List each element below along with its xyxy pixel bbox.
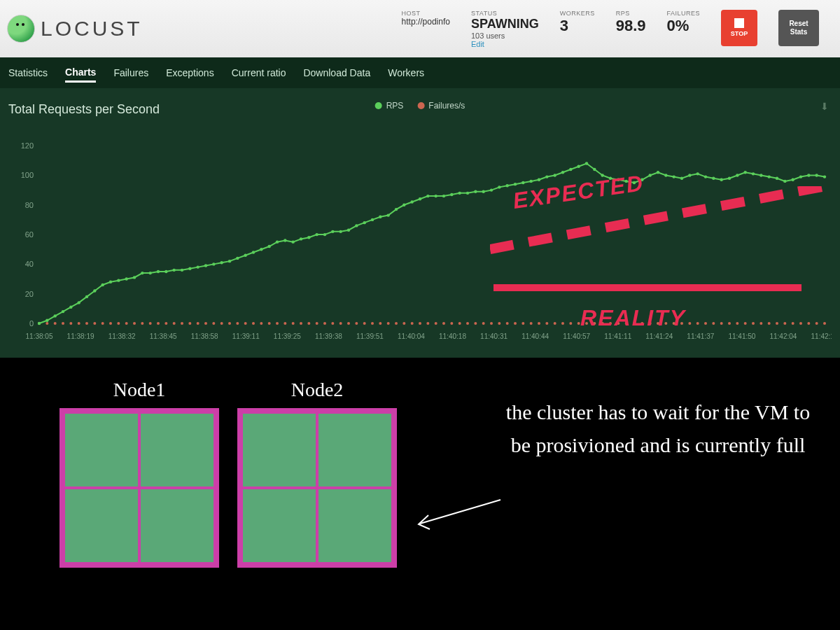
- svg-point-171: [386, 214, 389, 216]
- svg-point-55: [260, 322, 262, 325]
- header-metrics: HOST http://podinfo STATUS SPAWNING 103 …: [402, 10, 833, 48]
- svg-point-181: [466, 192, 469, 195]
- svg-point-133: [85, 295, 88, 298]
- svg-point-150: [220, 261, 223, 264]
- svg-point-75: [419, 322, 421, 325]
- svg-point-79: [450, 322, 453, 325]
- svg-point-134: [93, 289, 96, 292]
- svg-point-121: [783, 322, 786, 325]
- node-node1: Node1: [59, 379, 219, 568]
- legend-rps: RPS: [375, 101, 404, 111]
- svg-point-178: [442, 195, 445, 197]
- tab-failures[interactable]: Failures: [113, 64, 148, 81]
- svg-point-71: [387, 322, 390, 325]
- host-value: http://podinfo: [402, 17, 450, 27]
- svg-point-51: [228, 322, 231, 325]
- svg-point-63: [323, 322, 326, 325]
- svg-point-172: [395, 208, 398, 211]
- svg-point-216: [743, 171, 746, 174]
- svg-point-123: [799, 322, 802, 325]
- svg-text:11:39:38: 11:39:38: [315, 332, 342, 340]
- svg-point-213: [720, 178, 722, 181]
- svg-point-70: [379, 322, 382, 325]
- svg-point-34: [93, 322, 96, 325]
- stop-icon: [734, 18, 744, 28]
- status-metric: STATUS SPAWNING 103 users Edit: [471, 10, 539, 48]
- pod: [243, 489, 316, 562]
- svg-point-166: [347, 229, 350, 232]
- svg-point-44: [173, 322, 176, 325]
- svg-point-215: [736, 174, 738, 176]
- svg-point-144: [172, 269, 175, 272]
- svg-point-46: [188, 322, 191, 325]
- svg-point-31: [69, 322, 72, 325]
- header-bar: LOCUST HOST http://podinfo STATUS SPAWNI…: [0, 0, 840, 57]
- svg-point-86: [506, 322, 509, 325]
- svg-point-95: [578, 322, 580, 325]
- svg-point-78: [442, 322, 445, 325]
- rps-label: RPS: [616, 10, 646, 17]
- pod: [318, 414, 391, 486]
- svg-point-41: [149, 322, 152, 325]
- svg-point-81: [466, 322, 469, 325]
- tab-download-data[interactable]: Download Data: [303, 64, 370, 81]
- svg-text:11:40:44: 11:40:44: [522, 332, 549, 340]
- svg-point-175: [419, 197, 421, 200]
- svg-text:11:39:25: 11:39:25: [274, 332, 301, 340]
- svg-text:0: 0: [29, 319, 34, 328]
- tab-workers[interactable]: Workers: [388, 64, 424, 81]
- svg-point-112: [712, 322, 715, 325]
- annotation-note: the cluster has to wait for the VM to be…: [504, 396, 812, 461]
- node-node2: Node2: [237, 379, 397, 568]
- svg-point-90: [538, 322, 540, 325]
- svg-point-220: [776, 176, 778, 179]
- svg-point-135: [101, 284, 104, 286]
- svg-point-187: [514, 183, 517, 186]
- svg-point-221: [783, 180, 786, 183]
- svg-text:11:40:31: 11:40:31: [480, 332, 507, 340]
- svg-point-225: [815, 174, 818, 176]
- stop-button[interactable]: STOP: [721, 10, 757, 46]
- svg-point-42: [157, 322, 160, 325]
- svg-point-67: [355, 322, 358, 325]
- svg-point-119: [768, 322, 771, 325]
- tab-bar: StatisticsChartsFailuresExceptionsCurren…: [0, 57, 840, 88]
- svg-point-114: [728, 322, 731, 325]
- svg-point-192: [553, 174, 556, 176]
- tab-current-ratio[interactable]: Current ratio: [232, 64, 286, 81]
- workers-metric: WORKERS 3: [560, 10, 595, 35]
- host-label: HOST: [402, 10, 450, 17]
- svg-point-37: [117, 322, 120, 325]
- svg-point-132: [77, 301, 80, 304]
- svg-text:11:38:45: 11:38:45: [150, 332, 177, 340]
- svg-point-139: [133, 276, 136, 279]
- svg-text:40: 40: [25, 260, 34, 268]
- reset-stats-button[interactable]: Reset Stats: [778, 10, 819, 46]
- svg-point-83: [482, 322, 485, 325]
- status-edit-link[interactable]: Edit: [471, 40, 539, 48]
- svg-point-85: [498, 322, 500, 325]
- nodes-panel: Node1Node2 the cluster has to wait for t…: [0, 358, 840, 630]
- download-icon[interactable]: ⬇: [820, 101, 829, 112]
- svg-point-204: [648, 174, 651, 176]
- svg-point-158: [284, 239, 286, 241]
- tab-statistics[interactable]: Statistics: [8, 64, 48, 81]
- tab-charts[interactable]: Charts: [65, 64, 96, 83]
- svg-point-191: [545, 175, 548, 178]
- svg-point-111: [704, 322, 707, 325]
- legend-dot-rps-icon: [375, 102, 382, 109]
- legend-failures: Failures/s: [417, 101, 465, 111]
- svg-point-77: [435, 322, 438, 325]
- tab-exceptions[interactable]: Exceptions: [166, 64, 214, 81]
- svg-point-167: [355, 224, 358, 227]
- svg-point-183: [482, 190, 484, 193]
- svg-point-206: [664, 174, 667, 176]
- svg-point-32: [78, 322, 80, 325]
- svg-point-122: [792, 322, 794, 325]
- svg-point-60: [300, 322, 302, 325]
- svg-point-30: [62, 322, 64, 325]
- svg-point-36: [109, 322, 112, 325]
- svg-point-189: [529, 180, 532, 183]
- annotation-reality-line: [493, 284, 802, 291]
- svg-point-131: [69, 306, 72, 309]
